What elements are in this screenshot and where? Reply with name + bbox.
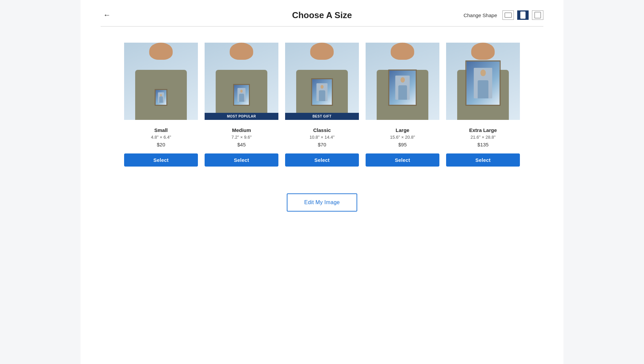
product-price-large: $95 xyxy=(398,142,407,147)
page-wrapper: ← Choose A Size Change Shape xyxy=(80,0,564,364)
select-button-medium[interactable]: Select xyxy=(205,153,278,167)
product-card-medium: MOST POPULAR Medium 7.2" × 9.6" $45 Sele… xyxy=(205,43,278,167)
product-image-classic: BEST GIFT xyxy=(285,43,359,120)
product-price-classic: $70 xyxy=(318,142,326,147)
products-row: Small 4.8" × 6.4" $20 Select xyxy=(101,43,543,167)
product-price-medium: $45 xyxy=(237,142,246,147)
svg-rect-0 xyxy=(505,13,512,17)
product-dims-small: 4.8" × 6.4" xyxy=(151,135,171,140)
svg-rect-1 xyxy=(521,12,525,18)
header: ← Choose A Size Change Shape xyxy=(101,0,543,27)
product-name-xlarge: Extra Large xyxy=(469,127,497,133)
shape-portrait-button[interactable] xyxy=(517,10,529,20)
edit-image-button[interactable]: Edit My Image xyxy=(287,193,357,212)
select-button-small[interactable]: Select xyxy=(124,153,198,167)
product-card-xlarge: Extra Large 21.6" × 28.8" $135 Select xyxy=(446,43,520,167)
landscape-icon xyxy=(504,12,512,18)
footer-area: Edit My Image xyxy=(101,193,543,232)
product-image-xlarge xyxy=(446,43,520,120)
back-button[interactable]: ← xyxy=(101,9,113,21)
product-image-small xyxy=(124,43,198,120)
product-price-small: $20 xyxy=(157,142,165,147)
product-price-xlarge: $135 xyxy=(477,142,488,147)
square-icon xyxy=(534,12,541,18)
product-name-medium: Medium xyxy=(232,127,251,133)
svg-rect-2 xyxy=(535,12,541,18)
product-card-large: Large 15.6" × 20.8" $95 Select xyxy=(366,43,439,167)
change-shape-label: Change Shape xyxy=(464,12,497,18)
product-dims-medium: 7.2" × 9.6" xyxy=(231,135,252,140)
badge-classic: BEST GIFT xyxy=(285,113,359,120)
select-button-large[interactable]: Select xyxy=(366,153,439,167)
portrait-icon xyxy=(520,11,526,19)
select-button-classic[interactable]: Select xyxy=(285,153,359,167)
product-name-small: Small xyxy=(154,127,168,133)
product-card-small: Small 4.8" × 6.4" $20 Select xyxy=(124,43,198,167)
product-name-large: Large xyxy=(396,127,410,133)
product-card-classic: BEST GIFT Classic 10.8" × 14.4" $70 Sele… xyxy=(285,43,359,167)
page-title: Choose A Size xyxy=(292,10,352,20)
select-button-xlarge[interactable]: Select xyxy=(446,153,520,167)
shape-landscape-button[interactable] xyxy=(502,10,514,20)
product-dims-large: 15.6" × 20.8" xyxy=(390,135,415,140)
product-dims-classic: 10.8" × 14.4" xyxy=(310,135,335,140)
shape-selector: Change Shape xyxy=(464,10,543,20)
shape-square-button[interactable] xyxy=(532,10,543,20)
product-image-medium: MOST POPULAR xyxy=(205,43,278,120)
product-name-classic: Classic xyxy=(313,127,331,133)
product-image-large xyxy=(366,43,439,120)
badge-medium: MOST POPULAR xyxy=(205,113,278,120)
product-dims-xlarge: 21.6" × 28.8" xyxy=(471,135,496,140)
